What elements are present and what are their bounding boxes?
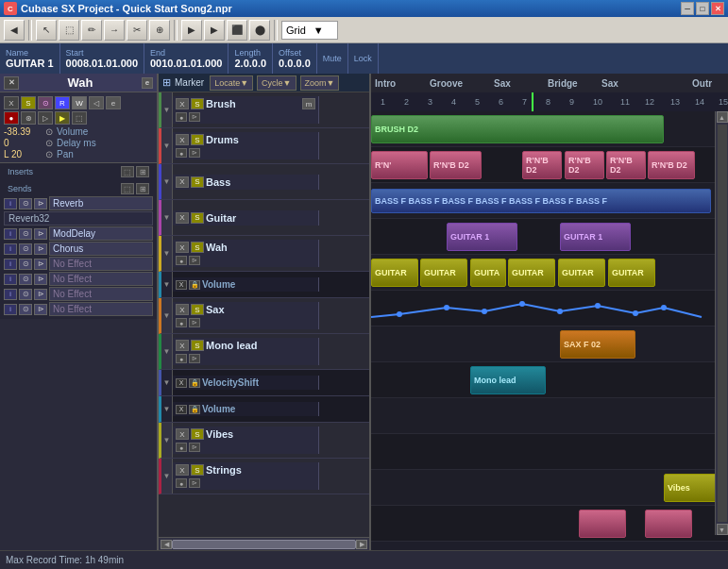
v-scrollbar-thumb[interactable] — [718, 125, 727, 522]
locate-dropdown[interactable]: Locate ▼ — [210, 75, 253, 91]
block-wah-6[interactable]: GUITAR — [608, 259, 655, 287]
effect-power-ne3[interactable]: i — [4, 289, 17, 300]
expand-drums[interactable]: ▼ — [161, 128, 173, 163]
minimize-button[interactable]: ─ — [681, 2, 694, 15]
block-wah-3[interactable]: GUITA — [470, 259, 506, 287]
effect-io-ne2[interactable]: ⊳ — [34, 274, 47, 285]
tool-zoom[interactable]: ⊕ — [149, 20, 170, 41]
effect-power-moddelay[interactable]: i — [4, 228, 17, 240]
tool-arrow[interactable]: → — [104, 20, 125, 41]
btn-extra2[interactable]: e — [106, 96, 121, 109]
effect-bypass-moddelay[interactable]: ⊙ — [19, 228, 32, 240]
effect-bypass-reverb[interactable]: ⊙ — [19, 198, 32, 209]
tool-loop[interactable]: ▶ — [181, 20, 202, 41]
effect-io-ne4[interactable]: ⊳ — [34, 304, 47, 315]
tool-pencil[interactable]: ✏ — [81, 20, 102, 41]
track-m-brush[interactable]: m — [302, 98, 315, 109]
block-guitar-1[interactable]: GUITAR 1 — [447, 223, 517, 251]
track-mini2-wah[interactable]: ⊳ — [189, 256, 200, 265]
track-lock-vol2[interactable]: 🔒 — [189, 405, 200, 414]
btn-s[interactable]: S — [21, 96, 36, 109]
tool-record[interactable]: ⬤ — [249, 20, 270, 41]
btn-m[interactable]: W — [72, 96, 87, 109]
effect-bypass-ne4[interactable]: ⊙ — [19, 304, 32, 315]
effect-name-chorus[interactable]: Chorus — [49, 242, 153, 256]
back-button[interactable]: ◀ — [4, 20, 25, 41]
tool-stop[interactable]: ⬛ — [227, 20, 247, 41]
track-mini2-mono[interactable]: ⊳ — [189, 354, 200, 363]
track-s-drums[interactable]: S — [191, 134, 204, 145]
expand-vel[interactable]: ▼ — [161, 370, 173, 395]
channel-edit-btn[interactable]: e — [142, 77, 153, 89]
track-lock-vol1[interactable]: 🔒 — [189, 280, 200, 290]
block-mono[interactable]: Mono lead — [470, 366, 546, 394]
track-x-brush[interactable]: X — [176, 98, 189, 109]
effect-name-reverb[interactable]: Reverb — [49, 196, 153, 210]
block-drums-6[interactable]: R'N'B D2 — [648, 151, 695, 179]
tool-erase[interactable]: ⬚ — [59, 20, 79, 41]
effect-power-reverb[interactable]: i — [4, 198, 17, 209]
track-x-sax[interactable]: X — [176, 304, 189, 315]
expand-vibes[interactable]: ▼ — [161, 423, 173, 458]
effect-power-ne2[interactable]: i — [4, 274, 17, 285]
effect-name-ne1[interactable]: No Effect — [49, 257, 153, 271]
track-x-mono[interactable]: X — [176, 340, 189, 351]
effect-name-ne2[interactable]: No Effect — [49, 272, 153, 286]
effect-name-ne4[interactable]: No Effect — [49, 302, 153, 316]
track-mini1-vibes[interactable]: ● — [176, 443, 187, 452]
track-s-guitar[interactable]: S — [191, 212, 204, 224]
block-brush-d2[interactable]: BRUSH D2 — [371, 115, 664, 143]
track-s-brush[interactable]: S — [191, 98, 204, 109]
block-strings-2[interactable] — [645, 510, 692, 538]
scroll-down-btn[interactable]: ▼ — [717, 524, 728, 535]
expand-strings[interactable]: ▼ — [161, 459, 173, 494]
track-s-strings[interactable]: S — [191, 464, 204, 476]
track-mini1-sax[interactable]: ● — [176, 318, 187, 327]
scroll-up-btn[interactable]: ▲ — [717, 111, 728, 123]
track-x-vol2[interactable]: X — [176, 405, 187, 414]
scroll-right-btn[interactable]: ▶ — [356, 540, 367, 549]
effect-io-ne3[interactable]: ⊳ — [34, 289, 47, 300]
expand-vol2[interactable]: ▼ — [161, 396, 173, 422]
expand-brush[interactable]: ▼ — [161, 92, 173, 127]
track-s-sax[interactable]: S — [191, 304, 204, 315]
title-bar-buttons[interactable]: ─ □ ✕ — [681, 2, 724, 15]
cycle-dropdown[interactable]: Cycle ▼ — [257, 75, 296, 91]
btn-out[interactable]: ▶ — [55, 111, 70, 125]
block-wah-2[interactable]: GUITAR — [420, 259, 467, 287]
effect-power-chorus[interactable]: i — [4, 243, 17, 255]
track-x-vibes[interactable]: X — [176, 428, 189, 440]
btn-extra1[interactable]: ◁ — [89, 96, 104, 109]
channel-power-btn[interactable]: ✕ — [4, 76, 19, 90]
expand-wah[interactable]: ▼ — [161, 236, 173, 271]
ruler[interactable]: 1 2 3 4 5 6 7 8 9 10 11 12 13 14 15 — [371, 92, 728, 111]
expand-mono[interactable]: ▼ — [161, 334, 173, 369]
effect-slot-reverb32[interactable]: Reverb32 — [4, 211, 153, 226]
h-scrollbar[interactable]: ◀ ▶ — [159, 537, 369, 550]
effect-bypass-chorus[interactable]: ⊙ — [19, 243, 32, 255]
block-sax[interactable]: SAX F 02 — [560, 330, 635, 359]
track-x-vel[interactable]: X — [176, 378, 187, 388]
block-vibes[interactable]: Vibes — [664, 474, 720, 502]
track-mini2-drums[interactable]: ⊳ — [189, 148, 200, 158]
block-drums-2[interactable]: R'N'B D2 — [430, 151, 482, 179]
expand-bass[interactable]: ▼ — [161, 164, 173, 199]
track-x-strings[interactable]: X — [176, 464, 189, 476]
block-wah-1[interactable]: GUITAR — [371, 259, 418, 287]
btn-r[interactable]: R — [55, 96, 70, 109]
block-drums-1[interactable]: R'N' — [371, 151, 428, 179]
sends-toggle1[interactable]: ⬚ — [121, 183, 134, 194]
track-mini1-drums[interactable]: ● — [176, 148, 187, 158]
track-mini1-brush[interactable]: ● — [176, 112, 187, 122]
effect-name-ne3[interactable]: No Effect — [49, 287, 153, 301]
effect-power-ne4[interactable]: i — [4, 304, 17, 315]
effect-power-ne1[interactable]: i — [4, 259, 17, 270]
expand-sax[interactable]: ▼ — [161, 298, 173, 333]
maximize-button[interactable]: □ — [696, 2, 709, 15]
track-mini2-brush[interactable]: ⊳ — [189, 112, 200, 122]
track-mini1-strings[interactable]: ● — [176, 478, 187, 488]
block-wah-5[interactable]: GUITAR — [558, 259, 605, 287]
track-mini2-strings[interactable]: ⊳ — [189, 478, 200, 488]
effect-name-moddelay[interactable]: ModDelay — [49, 226, 153, 241]
sends-toggle2[interactable]: ⊞ — [136, 183, 149, 194]
